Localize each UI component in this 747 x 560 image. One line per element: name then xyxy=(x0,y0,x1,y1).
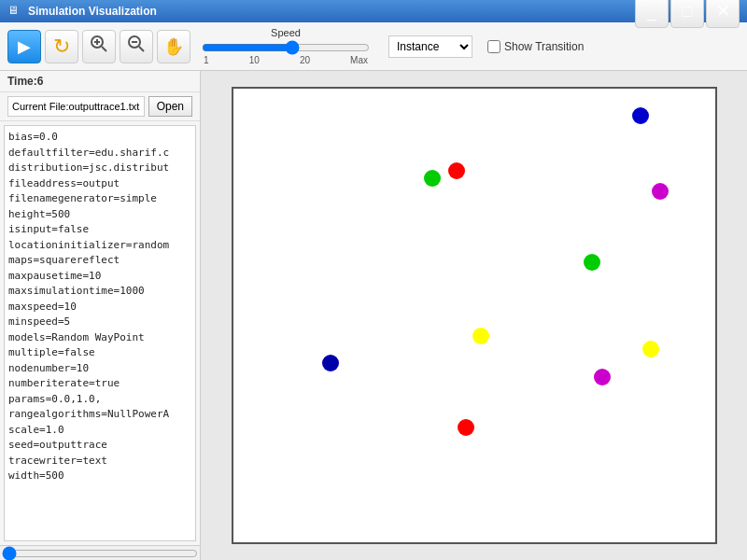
param-item: multiple=false xyxy=(8,345,191,361)
param-item: locationinitializer=random xyxy=(8,238,191,254)
node-2 xyxy=(448,162,465,179)
node-8 xyxy=(322,355,339,371)
param-item: isinput=false xyxy=(8,222,191,238)
file-row: Current File:outputtrace1.txt Open xyxy=(0,92,200,121)
show-transition-label: Show Transition xyxy=(504,40,584,53)
show-transition-checkbox[interactable] xyxy=(487,40,500,53)
pan-button[interactable]: ✋ xyxy=(157,30,190,63)
param-item: width=500 xyxy=(8,469,191,484)
pan-icon: ✋ xyxy=(163,36,184,57)
zoom-in-icon xyxy=(90,35,108,58)
param-item: maxpausetime=10 xyxy=(8,269,191,285)
show-transition-section: Show Transition xyxy=(487,40,584,53)
node-10 xyxy=(458,419,474,436)
speed-tick-1: 1 xyxy=(204,55,209,65)
speed-section: Speed 1 10 20 Max xyxy=(202,27,370,65)
close-button[interactable]: ✕ xyxy=(706,0,740,28)
param-item: models=Random WayPoint xyxy=(8,330,191,346)
time-display: Time:6 xyxy=(0,71,200,92)
param-item: scale=1.0 xyxy=(8,423,191,439)
node-5 xyxy=(584,254,600,271)
param-item: bias=0.0 xyxy=(8,130,191,146)
play-button[interactable]: ▶ xyxy=(7,30,41,63)
param-item: nodenumber=10 xyxy=(8,361,191,377)
open-button[interactable]: Open xyxy=(148,96,192,117)
param-item: maxspeed=10 xyxy=(8,300,191,315)
node-4 xyxy=(652,183,669,200)
instance-section: Instance xyxy=(388,35,472,58)
play-icon: ▶ xyxy=(18,36,31,57)
sim-canvas-container xyxy=(201,71,747,560)
param-item: height=500 xyxy=(8,207,191,223)
node-6 xyxy=(472,328,489,344)
param-item: distribution=jsc.distribut xyxy=(8,161,191,176)
zoom-in-button[interactable] xyxy=(82,30,116,63)
svg-line-1 xyxy=(102,47,106,51)
param-item: maps=squarereflect xyxy=(8,253,191,269)
speed-slider-container: 1 10 20 Max xyxy=(202,40,370,65)
maximize-button[interactable]: □ xyxy=(670,0,704,28)
param-item: seed=outputtrace xyxy=(8,438,191,454)
instance-select[interactable]: Instance xyxy=(388,35,472,58)
speed-label: Speed xyxy=(271,27,301,38)
node-3 xyxy=(424,170,441,187)
bottom-scrollbar xyxy=(0,545,200,560)
horizontal-scrollbar[interactable] xyxy=(2,548,198,559)
speed-slider[interactable] xyxy=(202,40,370,55)
speed-ticks: 1 10 20 Max xyxy=(202,55,370,65)
toolbar: ▶ ↻ ✋ Speed 1 xyxy=(0,22,747,71)
node-7 xyxy=(642,341,659,357)
param-item: rangealgorithms=NullPowerA xyxy=(8,407,191,423)
reload-icon: ↻ xyxy=(53,35,70,59)
param-item: maxsimulationtime=1000 xyxy=(8,284,191,300)
sim-canvas xyxy=(232,87,717,544)
title-bar: 🖥 Simulation Visualization _ □ ✕ xyxy=(0,0,747,22)
main-content: Time:6 Current File:outputtrace1.txt Ope… xyxy=(0,71,747,560)
params-list[interactable]: bias=0.0defaultfilter=edu.sharif.cdistri… xyxy=(4,125,196,541)
param-item: minspeed=5 xyxy=(8,315,191,330)
param-item: filenamegenerator=simple xyxy=(8,191,191,207)
speed-tick-10: 10 xyxy=(249,55,260,65)
param-item: numberiterate=true xyxy=(8,376,191,392)
zoom-out-button[interactable] xyxy=(120,30,153,63)
zoom-out-icon xyxy=(127,35,146,58)
param-item: params=0.0,1.0, xyxy=(8,392,191,408)
node-1 xyxy=(632,107,649,124)
window-icon: 🖥 xyxy=(7,4,22,19)
param-item: defaultfilter=edu.sharif.c xyxy=(8,146,191,161)
reload-button[interactable]: ↻ xyxy=(45,30,78,63)
window-title: Simulation Visualization xyxy=(28,5,635,18)
svg-line-5 xyxy=(139,47,144,51)
window-controls: _ □ ✕ xyxy=(635,0,740,28)
file-label: Current File:outputtrace1.txt xyxy=(7,96,145,117)
node-9 xyxy=(594,369,611,385)
speed-tick-20: 20 xyxy=(300,55,310,65)
param-item: tracewriter=text xyxy=(8,454,191,469)
speed-tick-max: Max xyxy=(350,55,368,65)
minimize-button[interactable]: _ xyxy=(635,0,669,28)
param-item: fileaddress=output xyxy=(8,176,191,192)
left-panel: Time:6 Current File:outputtrace1.txt Ope… xyxy=(0,71,201,560)
